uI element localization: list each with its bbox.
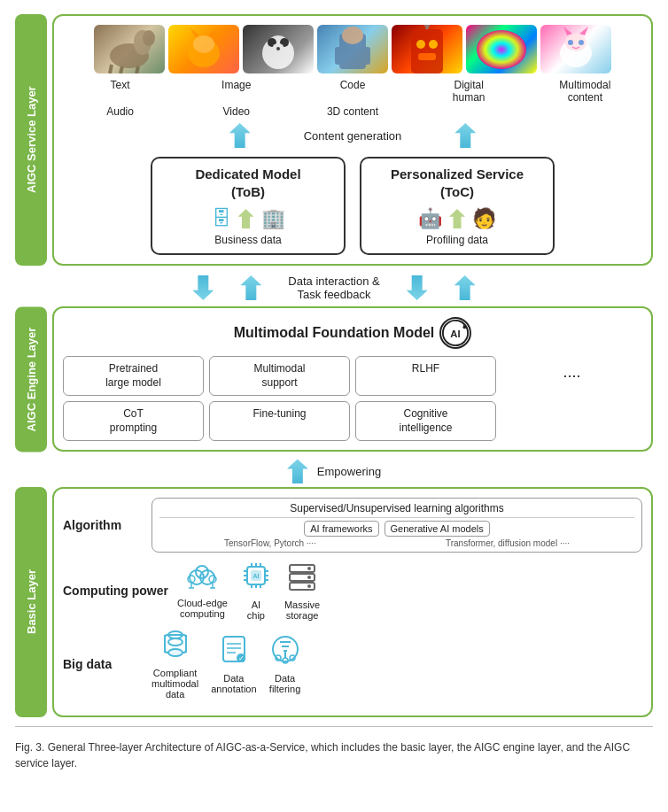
basic-layer-label: Basic Layer xyxy=(15,487,47,717)
svg-text:✓: ✓ xyxy=(237,654,244,662)
engine-layer-label: AIGC Engine Layer xyxy=(15,306,47,452)
caption-divider xyxy=(15,726,653,727)
engine-layer-wrapper: AIGC Engine Layer Multimodal Foundation … xyxy=(15,306,653,452)
svg-text:AI: AI xyxy=(252,573,259,579)
computing-section: Computing power xyxy=(63,560,642,621)
svg-rect-23 xyxy=(418,53,436,60)
bigdata-label: Big data xyxy=(63,657,143,671)
svg-point-22 xyxy=(429,40,438,49)
label-text: Text xyxy=(89,79,151,104)
robot-image xyxy=(392,25,462,73)
engine-cell-cot: CoTprompting xyxy=(63,401,204,441)
di-arrow-up-left xyxy=(240,275,261,300)
cloud-edge-icon xyxy=(184,561,220,595)
algorithm-section: Algorithm Supervised/Unsupervised learni… xyxy=(63,498,642,553)
content-gen-row: Content generation xyxy=(63,123,642,148)
main-container: AIGC Service Layer xyxy=(15,14,653,771)
svg-point-25 xyxy=(424,25,430,27)
label-digital-human: Digitalhuman xyxy=(438,79,500,104)
cat2-image xyxy=(540,25,611,73)
label-empty2 xyxy=(554,105,616,118)
content-gen-label: Content generation xyxy=(304,129,402,143)
empowering-arrow xyxy=(287,459,308,483)
di-arrow-down-left xyxy=(192,275,214,300)
dedicated-model-title: Dedicated Model(ToB) xyxy=(165,166,331,200)
svg-point-67 xyxy=(307,584,311,588)
computing-content: Cloud-edgecomputing xyxy=(177,560,642,621)
engine-layer-content: Multimodal Foundation Model AI Pretraine… xyxy=(52,306,653,452)
ai-chip-label: AIchip xyxy=(247,599,265,621)
svg-text:AI: AI xyxy=(451,329,461,339)
service-layer-wrapper: AIGC Service Layer xyxy=(15,14,653,266)
engine-cell-cognitive: Cognitiveintelligence xyxy=(355,401,496,441)
svg-line-2 xyxy=(110,65,112,73)
data-interaction-label: Data interaction &Task feedback xyxy=(288,275,379,301)
tob-toc-row: Dedicated Model(ToB) 🗄 🏢 Business data P… xyxy=(63,157,642,255)
warrior-image xyxy=(317,25,388,73)
di-arrow-up-right xyxy=(454,275,476,300)
algo-sub-labels: TensorFlow, Pytorch ···· Transformer, di… xyxy=(159,538,634,548)
svg-marker-8 xyxy=(190,28,199,37)
generative-sub: Transformer, diffusion model ···· xyxy=(446,538,570,548)
service-layer-content: Text Image Code Digitalhuman Multimodalc… xyxy=(52,14,653,266)
svg-point-21 xyxy=(416,40,425,49)
svg-point-17 xyxy=(342,27,363,44)
bigdata-row: Compliantmultimodaldata ✓ xyxy=(151,628,642,700)
data-annotation-icon: ✓ xyxy=(218,633,250,670)
engine-cell-multimodal: Multimodalsupport xyxy=(209,356,350,396)
basic-layer-wrapper: Basic Layer Algorithm Supervised/Unsuper… xyxy=(15,487,653,717)
engine-title-text: Multimodal Foundation Model xyxy=(234,325,435,341)
svg-point-26 xyxy=(477,30,526,69)
computing-row: Cloud-edgecomputing xyxy=(177,560,642,621)
supervised-label: Supervised/Unsupervised learning algorit… xyxy=(159,502,634,518)
compliant-data-item: Compliantmultimodaldata xyxy=(151,628,198,700)
data-filtering-icon xyxy=(269,633,301,670)
svg-point-31 xyxy=(568,40,573,45)
generative-ai-box: Generative AI models xyxy=(384,521,490,537)
algo-frameworks-row: AI frameworks Generative AI models xyxy=(159,521,634,537)
personalized-service-box: Personalized Service(ToC) 🤖 🧑 Profiling … xyxy=(360,157,555,255)
data-filtering-item: Datafiltering xyxy=(269,633,301,694)
label-code: Code xyxy=(322,79,384,104)
di-arrow-down-right xyxy=(407,275,428,300)
engine-cell-finetuning: Fine-tuning xyxy=(209,401,350,441)
colorful-image xyxy=(466,25,537,73)
svg-point-70 xyxy=(168,638,183,646)
ai-chip-icon: AI xyxy=(240,560,272,597)
basic-layer-content: Algorithm Supervised/Unsupervised learni… xyxy=(52,487,653,717)
cloud-edge-item: Cloud-edgecomputing xyxy=(177,561,228,619)
svg-point-65 xyxy=(307,567,311,570)
content-gen-arrow-left xyxy=(229,123,251,148)
figure-caption: Fig. 3. General Three-layer Architecture… xyxy=(15,739,653,771)
massive-storage-icon xyxy=(284,560,320,597)
label-empty1 xyxy=(438,105,500,118)
empowering-section: Empowering xyxy=(15,455,653,487)
empowering-label: Empowering xyxy=(317,465,381,478)
compliant-data-icon xyxy=(159,628,191,665)
person-icon: 🧑 xyxy=(472,207,496,230)
algorithm-box: Supervised/Unsupervised learning algorit… xyxy=(151,498,642,553)
cat-image xyxy=(168,25,239,73)
svg-marker-29 xyxy=(563,27,572,35)
service-layer-label: AIGC Service Layer xyxy=(15,14,47,266)
engine-cell-dots: ···· xyxy=(501,356,642,396)
svg-rect-18 xyxy=(335,47,342,65)
compliant-data-label: Compliantmultimodaldata xyxy=(151,668,198,700)
business-data-label: Business data xyxy=(165,234,331,246)
engine-cell-rlhf: RLHF xyxy=(355,356,496,396)
bigdata-content: Compliantmultimodaldata ✓ xyxy=(151,628,642,700)
images-row xyxy=(63,25,642,73)
label-3d: 3D content xyxy=(322,105,384,118)
label-audio: Audio xyxy=(89,105,151,118)
data-annotation-label: Dataannotation xyxy=(211,673,256,694)
svg-rect-19 xyxy=(363,47,370,65)
svg-point-7 xyxy=(193,35,214,53)
building-icon: 🏢 xyxy=(261,207,285,230)
frameworks-sub: TensorFlow, Pytorch ···· xyxy=(224,538,316,548)
svg-point-73 xyxy=(168,649,183,656)
ai-chip-item: AI AIchip xyxy=(240,560,272,621)
ai-frameworks-box: AI frameworks xyxy=(304,521,378,537)
cloud-edge-label: Cloud-edgecomputing xyxy=(177,598,228,619)
content-labels-row: Text Image Code Digitalhuman Multimodalc… xyxy=(63,79,642,104)
svg-point-66 xyxy=(307,576,311,579)
